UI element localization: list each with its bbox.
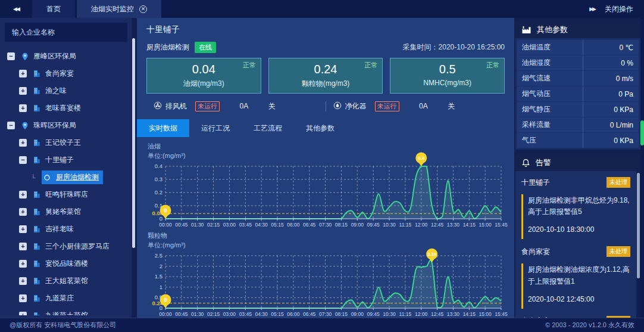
tree-item-label: 厨房油烟检测 bbox=[56, 172, 99, 182]
tree-item[interactable]: + 宴悦品味酒楼 bbox=[0, 255, 132, 272]
tree-item[interactable]: + 王记饺子王 bbox=[0, 134, 132, 151]
tree-expander-icon[interactable]: + bbox=[19, 260, 27, 268]
alarm-company: 十里铺子 bbox=[521, 178, 550, 188]
collapse-tabs-icon[interactable]: ◀◀ bbox=[0, 0, 32, 18]
tree-item-label: 十里铺子 bbox=[45, 155, 74, 165]
tree-item-label: 食尚家宴 bbox=[45, 69, 74, 79]
tree-item-label: 九道菜庄 bbox=[45, 293, 74, 303]
tree-item[interactable]: + 食尚家宴 bbox=[0, 65, 132, 82]
chart2-title: 颗粒物 bbox=[148, 231, 506, 241]
fan-icon bbox=[154, 101, 162, 111]
content-tab[interactable]: 其他参数 bbox=[294, 119, 346, 137]
svg-text:08:15: 08:15 bbox=[335, 311, 348, 317]
metric-card: 0.24 正常 颗粒物(mg/m3) bbox=[268, 58, 383, 94]
tree-item[interactable]: + 老味喜宴楼 bbox=[0, 100, 132, 117]
sidebar-scrollbar-thumb[interactable] bbox=[132, 38, 135, 248]
tree-expander-icon[interactable]: + bbox=[19, 294, 27, 302]
tree-item[interactable]: + 三个小厨佳源罗马店 bbox=[0, 238, 132, 255]
tree-item-label: 雁峰区环保局 bbox=[33, 51, 76, 61]
tree-expander-icon[interactable]: + bbox=[19, 312, 27, 315]
tab-oil-smoke-monitor[interactable]: 油烟实时监控 ✕ bbox=[77, 0, 161, 18]
tree-item[interactable]: └ 厨房油烟检测 bbox=[0, 169, 132, 186]
oil-smoke-line-chart[interactable]: 00.10.20.30.400:0000:4501:3002:1503:0003… bbox=[145, 162, 505, 232]
tree-node-icon bbox=[33, 243, 42, 250]
tree-node-icon bbox=[33, 70, 42, 77]
tree-item[interactable]: + 舅姥爷菜馆 bbox=[0, 203, 132, 221]
enterprise-search-input[interactable] bbox=[5, 23, 127, 42]
max-pin-marker: 2.18 bbox=[426, 249, 437, 263]
enterprise-sidebar: − 雁峰区环保局 + 食尚家宴 + 渔之味 + 老味喜宴楼 − 珠晖区环保局 + bbox=[0, 18, 136, 318]
tree-item[interactable]: − 珠晖区环保局 bbox=[0, 117, 132, 134]
alarm-item[interactable]: 食尚家宴 未处理 厨房油烟检测颗粒物浓度为6.44,高于上限报警值5 bbox=[515, 310, 636, 318]
tree-node-icon bbox=[33, 294, 42, 302]
tree-node-icon bbox=[33, 87, 42, 95]
tree-expander-icon[interactable]: + bbox=[19, 243, 27, 250]
svg-text:08:15: 08:15 bbox=[335, 222, 348, 228]
tree-expander-icon[interactable]: + bbox=[19, 277, 27, 285]
online-status-badge: 在线 bbox=[195, 42, 216, 53]
tree-item[interactable]: + 渔之味 bbox=[0, 82, 132, 100]
page-scrollbar[interactable] bbox=[640, 18, 644, 318]
param-row: 烟气动压 0 Pa bbox=[517, 86, 639, 101]
particulate-line-chart[interactable]: 00.511.522.500:0000:4501:3002:1503:0003:… bbox=[145, 251, 505, 318]
other-params-title: 其他参数 bbox=[537, 24, 568, 35]
alarm-item[interactable]: 食尚家宴 未处理 厨房油烟检测油烟浓度为1.12,高于上限报警值1 2020-1… bbox=[515, 240, 636, 309]
svg-text:06:45: 06:45 bbox=[303, 311, 316, 317]
tab-home[interactable]: 首页 bbox=[32, 0, 75, 18]
svg-text:1.5: 1.5 bbox=[155, 273, 162, 280]
svg-text:04:30: 04:30 bbox=[255, 222, 268, 228]
alarm-scrollbar[interactable] bbox=[636, 171, 640, 318]
alarm-panel: 告警 十里铺子 未处理 厨房油烟检测非甲烷总烃为9.18,高于上限报警值5 20… bbox=[515, 154, 640, 318]
svg-text:07:30: 07:30 bbox=[319, 311, 332, 317]
tree-expander-icon[interactable]: − bbox=[7, 52, 15, 60]
tree-expander-icon[interactable]: + bbox=[19, 104, 27, 112]
tree-item[interactable]: − 十里铺子 bbox=[0, 151, 132, 169]
tree-item[interactable]: + 吉祥老味 bbox=[0, 221, 132, 238]
footer-version: © 2003 - 2020 v1.2.0 永久有效 bbox=[545, 321, 634, 330]
tree-expander-icon[interactable]: + bbox=[19, 70, 27, 77]
svg-text:12:45: 12:45 bbox=[431, 311, 444, 317]
param-label: 气压 bbox=[517, 133, 583, 148]
alarm-company: 食尚家宴 bbox=[521, 316, 550, 318]
content-tab[interactable]: 工艺流程 bbox=[242, 119, 294, 137]
expand-tabs-icon[interactable]: ▶▶ bbox=[589, 6, 595, 12]
purifier-icon bbox=[333, 101, 342, 111]
alarm-scrollbar-thumb[interactable] bbox=[637, 173, 640, 278]
svg-text:00:45: 00:45 bbox=[175, 222, 188, 228]
sidebar-scrollbar[interactable] bbox=[132, 18, 136, 318]
svg-text:2.5: 2.5 bbox=[155, 252, 162, 259]
tree-expander-icon[interactable]: − bbox=[19, 156, 27, 164]
svg-text:00:45: 00:45 bbox=[175, 311, 188, 317]
equipment-status-badge: 未运行 bbox=[195, 101, 220, 111]
tree-expander-icon[interactable]: + bbox=[19, 87, 27, 95]
close-operation-link[interactable]: 关闭操作 bbox=[605, 4, 633, 14]
tree-expander-icon[interactable]: − bbox=[7, 122, 15, 129]
tree-item[interactable]: + 九道菜土菜馆 bbox=[0, 307, 132, 315]
tree-item-label: 宴悦品味酒楼 bbox=[45, 259, 88, 269]
tree-node-icon bbox=[33, 156, 42, 164]
content-tab[interactable]: 实时数据 bbox=[137, 119, 189, 137]
tree-expander-icon[interactable]: + bbox=[19, 139, 27, 147]
tree-expander-icon[interactable]: + bbox=[19, 191, 27, 198]
tab-close-icon[interactable]: ✕ bbox=[139, 5, 147, 13]
page-scrollbar-thumb[interactable] bbox=[640, 120, 644, 145]
alarm-company: 食尚家宴 bbox=[521, 247, 550, 257]
tree-item[interactable]: + 九道菜庄 bbox=[0, 290, 132, 307]
alarm-item[interactable]: 十里铺子 未处理 厨房油烟检测非甲烷总烃为9.18,高于上限报警值5 2020-… bbox=[515, 171, 636, 240]
alarm-message: 厨房油烟检测油烟浓度为1.12,高于上限报警值1 bbox=[528, 264, 630, 287]
svg-text:03:00: 03:00 bbox=[223, 222, 236, 228]
svg-text:2: 2 bbox=[160, 262, 162, 269]
tree-item[interactable]: + 旺鸣轩珠晖店 bbox=[0, 186, 132, 203]
tree-connector: └ bbox=[31, 174, 39, 181]
content-tab[interactable]: 运行工况 bbox=[189, 119, 242, 137]
equipment-name: 净化器 bbox=[345, 101, 367, 111]
svg-text:12:00: 12:00 bbox=[415, 311, 428, 317]
param-row: 油烟温度 0 ℃ bbox=[517, 40, 639, 55]
tree-item-label: 三个小厨佳源罗马店 bbox=[45, 241, 110, 252]
param-row: 油烟湿度 0 % bbox=[517, 55, 639, 70]
chart1-unit: 单位:(mg/m³) bbox=[148, 151, 506, 161]
tree-expander-icon[interactable]: + bbox=[19, 208, 27, 216]
tree-item[interactable]: − 雁峰区环保局 bbox=[0, 48, 132, 65]
tree-expander-icon[interactable]: + bbox=[19, 225, 27, 233]
tree-item[interactable]: + 王大姐茗菜馆 bbox=[0, 272, 132, 290]
